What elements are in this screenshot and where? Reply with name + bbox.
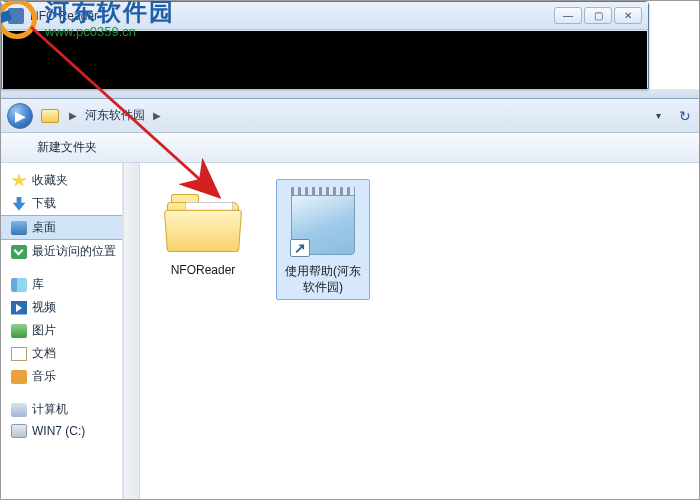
folder-large-icon <box>167 192 239 252</box>
document-icon <box>11 347 27 361</box>
breadcrumb-arrow-icon[interactable]: ▶ <box>67 110 79 121</box>
sidebar-item-documents[interactable]: 文档 <box>1 342 122 365</box>
sidebar-label: 计算机 <box>32 401 68 418</box>
drive-icon <box>11 424 27 438</box>
refresh-button[interactable]: ↻ <box>675 106 695 126</box>
watermark: 河东软件园 www.pc0359.cn <box>0 0 175 45</box>
star-icon <box>11 174 27 188</box>
sidebar-scrollbar[interactable] <box>123 163 140 500</box>
sidebar-computer-head[interactable]: 计算机 <box>1 398 122 421</box>
video-icon <box>11 301 27 315</box>
explorer-sidebar: 收藏夹 下载 桌面 最近访问的位置 库 视频 图片 文档 音乐 计算机 WIN7… <box>1 163 123 500</box>
breadcrumb-arrow-icon[interactable]: ▶ <box>151 110 163 121</box>
sidebar-item-pictures[interactable]: 图片 <box>1 319 122 342</box>
sidebar-label: 音乐 <box>32 368 56 385</box>
forward-button[interactable]: ▶ <box>7 103 33 129</box>
file-label: 使用帮助(河东软件园) <box>281 264 365 295</box>
sidebar-item-drive-c[interactable]: WIN7 (C:) <box>1 421 122 441</box>
address-dropdown-icon[interactable]: ▾ <box>649 107 667 125</box>
explorer-toolbar: 新建文件夹 <box>1 133 700 163</box>
maximize-button[interactable]: ▢ <box>584 7 612 24</box>
sidebar-item-recent[interactable]: 最近访问的位置 <box>1 240 122 263</box>
recent-icon <box>11 245 27 259</box>
computer-icon <box>11 403 27 417</box>
breadcrumb-current[interactable]: 河东软件园 <box>83 107 147 124</box>
sidebar-label: 桌面 <box>32 219 56 236</box>
file-item-folder[interactable]: NFOReader <box>156 179 250 283</box>
sidebar-label: 图片 <box>32 322 56 339</box>
sidebar-item-downloads[interactable]: 下载 <box>1 192 122 215</box>
sidebar-label: 下载 <box>32 195 56 212</box>
desktop-icon <box>11 221 27 235</box>
close-button[interactable]: ✕ <box>614 7 642 24</box>
address-bar[interactable]: ▶ ▶ 河东软件园 ▶ ▾ ↻ <box>1 99 700 133</box>
sidebar-favorites-head[interactable]: 收藏夹 <box>1 169 122 192</box>
file-pane[interactable]: NFOReader ↗ 使用帮助(河东软件园) <box>140 163 700 500</box>
notepad-shortcut-icon: ↗ <box>288 187 358 259</box>
folder-icon <box>41 109 59 123</box>
new-folder-button[interactable]: 新建文件夹 <box>31 137 103 158</box>
sidebar-label: 视频 <box>32 299 56 316</box>
minimize-button[interactable]: — <box>554 7 582 24</box>
download-icon <box>11 197 27 211</box>
picture-icon <box>11 324 27 338</box>
sidebar-label: 文档 <box>32 345 56 362</box>
music-icon <box>11 370 27 384</box>
sidebar-label: 库 <box>32 276 44 293</box>
watermark-title: 河东软件园 <box>45 0 175 24</box>
sidebar-item-desktop[interactable]: 桌面 <box>1 215 122 240</box>
watermark-url: www.pc0359.cn <box>45 24 175 40</box>
sidebar-label: 收藏夹 <box>32 172 68 189</box>
sidebar-label: WIN7 (C:) <box>32 424 85 438</box>
library-icon <box>11 278 27 292</box>
watermark-logo-icon <box>0 0 49 45</box>
sidebar-label: 最近访问的位置 <box>32 243 116 260</box>
explorer-window: ▶ ▶ 河东软件园 ▶ ▾ ↻ 新建文件夹 收藏夹 下载 桌面 最近访问的位置 … <box>1 89 700 500</box>
explorer-titlebar[interactable] <box>1 89 700 99</box>
file-item-shortcut[interactable]: ↗ 使用帮助(河东软件园) <box>276 179 370 300</box>
file-label: NFOReader <box>160 263 246 279</box>
sidebar-item-music[interactable]: 音乐 <box>1 365 122 388</box>
sidebar-libraries-head[interactable]: 库 <box>1 273 122 296</box>
sidebar-item-video[interactable]: 视频 <box>1 296 122 319</box>
